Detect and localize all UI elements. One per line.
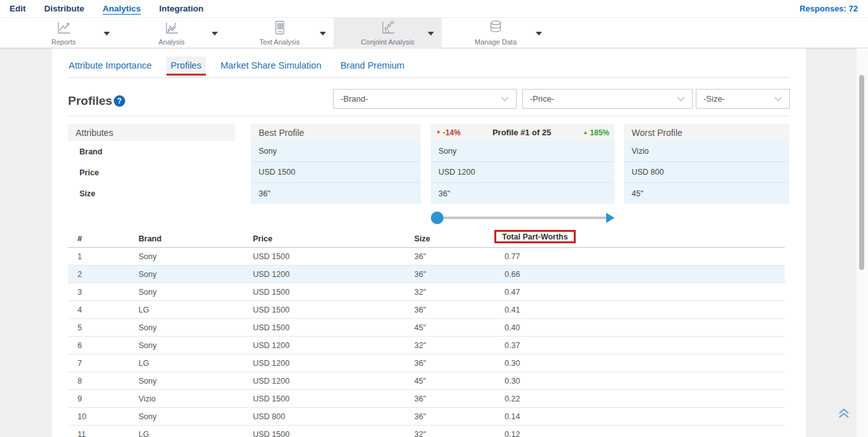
table-cell: 36" [414,248,426,266]
multi-line-chart-icon [163,20,180,36]
toolbar-item-label: Reports [10,38,118,46]
nav-item-integration[interactable]: Integration [159,4,204,13]
table-cell: 45" [414,372,426,390]
toolbar-item-label: Conjoint Analysis [334,38,442,46]
nav-item-analytics[interactable]: Analytics [103,4,141,13]
table-row[interactable]: 11LGUSD 150032"0.12 [68,426,785,437]
scrollbar-track[interactable] [857,48,868,437]
table-cell: USD 1200 [253,266,290,283]
table-cell: USD 1500 [253,283,290,301]
price-filter-dropdown[interactable]: -Price- [522,89,693,109]
column-header-total-part-worths[interactable]: Total Part-Worths [502,232,568,241]
toolbar-item-label: Text Analysis [226,38,334,46]
toolbar-item-label: Manage Data [442,38,550,46]
scrollbar-thumb[interactable] [859,75,864,270]
table-row[interactable]: 6SonyUSD 120032"0.37 [68,337,785,354]
column-header-[interactable]: # [78,230,82,248]
column-header-brand[interactable]: Brand [139,230,161,248]
table-cell: 0.14 [505,408,520,426]
table-cell: 0.30 [505,354,520,372]
table-cell: USD 1200 [253,372,290,390]
table-row[interactable]: 4LGUSD 150036"0.41 [68,301,785,319]
profile-slider [431,210,614,225]
attributes-header: Attributes [68,124,235,141]
chevron-down-icon[interactable] [104,32,110,36]
size-filter-dropdown[interactable]: -Size- [696,89,790,109]
table-cell: 0.22 [505,390,520,408]
table-cell: 0.40 [505,319,520,337]
best-profile-header: Best Profile [251,124,421,141]
scroll-to-top-button[interactable] [837,408,850,419]
profile-value-cell: 36" [431,183,614,204]
chevron-down-icon[interactable] [320,32,326,36]
text-document-icon [271,20,288,36]
content-panel: Attribute ImportanceProfilesMarket Share… [52,48,806,437]
title-divider [68,116,790,116]
table-cell: 0.77 [505,248,520,266]
chevron-down-icon[interactable] [536,32,542,36]
column-header-size[interactable]: Size [414,230,430,248]
best-profile-values: SonyUSD 150036" [251,141,421,204]
tab-attribute-importance[interactable]: Attribute Importance [64,57,156,75]
table-row[interactable]: 9VizioUSD 150036"0.22 [68,390,785,408]
toolbar-item-analysis[interactable]: Analysis [118,18,226,48]
table-row[interactable]: 2SonyUSD 120036"0.66 [68,266,785,283]
table-cell: Sony [139,372,157,390]
toolbar-item-reports[interactable]: Reports [10,18,118,48]
table-cell: 0.41 [505,301,520,319]
tab-profiles[interactable]: Profiles [166,57,206,75]
attribute-label: Size [68,183,235,204]
table-row[interactable]: 5SonyUSD 150045"0.40 [68,319,785,337]
table-cell: 36" [414,266,426,283]
profile-value-cell: Sony [251,141,421,162]
toolbar-item-conjoint-analysis[interactable]: Conjoint Analysis [334,18,442,48]
column-header-price[interactable]: Price [253,230,273,248]
table-cell: Sony [139,337,157,354]
table-row[interactable]: 10SonyUSD 80036"0.14 [68,408,785,426]
subtabs: Attribute ImportanceProfilesMarket Share… [64,57,409,75]
table-cell: LG [139,354,149,372]
table-cell: 10 [78,408,86,426]
slider-knob[interactable] [431,212,444,224]
table-cell: Sony [139,248,157,266]
current-profile-column: ▼-14% Profile #1 of 25 ▲185% SonyUSD 120… [431,124,614,204]
table-row[interactable]: 7LGUSD 120036"0.30 [68,354,785,372]
tab-brand-premium[interactable]: Brand Premium [336,57,409,75]
table-row[interactable]: 8SonyUSD 120045"0.30 [68,372,785,390]
table-cell: 36" [414,354,426,372]
line-chart-icon [55,20,72,36]
chevron-down-icon[interactable] [212,32,218,36]
top-nav: EditDistributeAnalyticsIntegration Respo… [0,0,868,18]
table-row[interactable]: 3SonyUSD 150032"0.47 [68,283,785,301]
responses-count[interactable]: Responses: 72 [799,4,858,13]
chevron-down-icon[interactable] [428,32,434,36]
table-cell: 32" [414,426,426,437]
help-icon[interactable]: ? [114,95,125,107]
slider-track[interactable] [436,217,607,219]
profile-value-cell: Vizio [624,141,789,162]
nav-item-edit[interactable]: Edit [10,4,26,13]
best-delta-badge: ▲185% [583,128,609,137]
database-icon [487,20,504,36]
toolbar-item-text-analysis[interactable]: Text Analysis [226,18,334,48]
worst-profile-header: Worst Profile [624,124,789,141]
profile-value-cell: 36" [251,183,421,204]
table-cell: LG [139,301,149,319]
table-cell: USD 1500 [253,248,290,266]
top-nav-items: EditDistributeAnalyticsIntegration [10,4,222,13]
brand-filter-dropdown[interactable]: -Brand- [333,89,517,109]
table-cell: Sony [139,266,157,283]
table-cell: 3 [78,283,82,301]
tab-market-share-simulation[interactable]: Market Share Simulation [216,57,326,75]
chevron-down-icon [774,97,782,102]
slider-next-arrow-icon[interactable] [606,213,614,223]
profile-value-cell: USD 800 [624,162,789,183]
nav-item-distribute[interactable]: Distribute [44,4,85,13]
attribute-label: Price [68,162,235,183]
table-cell: 0.37 [505,337,520,354]
table-cell: USD 1500 [253,319,290,337]
profile-value-cell: 45" [624,183,789,204]
table-row[interactable]: 1SonyUSD 150036"0.77 [68,248,785,266]
triangle-down-icon: ▼ [436,130,441,135]
toolbar-item-manage-data[interactable]: Manage Data [442,18,550,48]
